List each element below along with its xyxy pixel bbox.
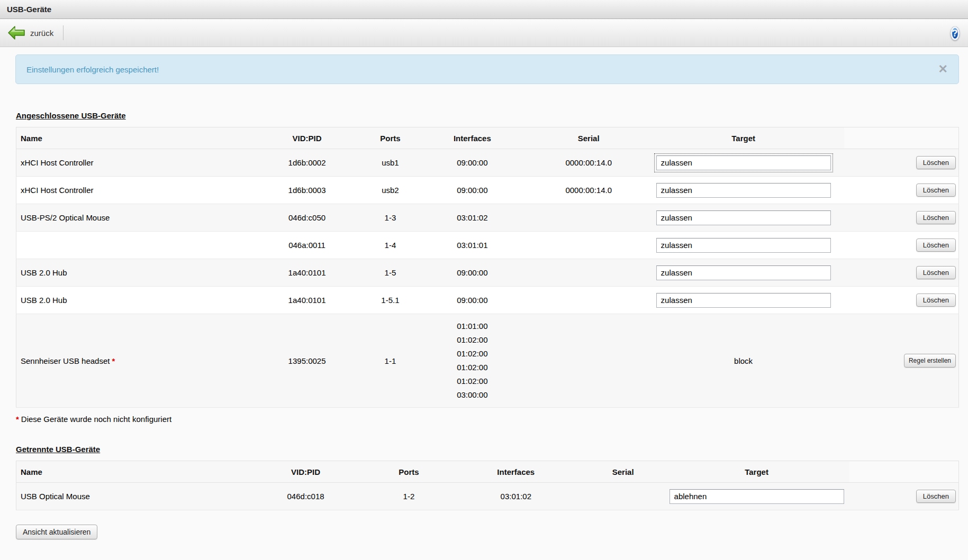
column-header-interfaces: Interfaces: [410, 127, 535, 149]
cell-ports: 1-2: [368, 483, 450, 510]
window-titlebar: USB-Geräte: [0, 0, 968, 19]
footnote-marker: *: [16, 415, 19, 424]
cell-target: block: [643, 314, 844, 408]
delete-button[interactable]: Löschen: [916, 490, 956, 503]
cell-interfaces: 09:00:00: [410, 259, 535, 287]
column-header-ports: Ports: [370, 127, 410, 149]
cell-vidpid: 046a:0011: [243, 232, 370, 259]
cell-actions: Löschen: [844, 287, 959, 314]
cell-target: zulassen: [643, 149, 844, 177]
cell-interfaces: 03:01:01: [410, 232, 535, 259]
cell-interfaces: 09:00:00: [410, 287, 535, 314]
cell-ports: usb1: [370, 149, 410, 177]
table-row: Sennheiser USB headset* 1395:0025 1-1 01…: [16, 314, 959, 408]
delete-button[interactable]: Löschen: [916, 211, 956, 224]
column-header-actions: [844, 127, 959, 149]
page-title: USB-Geräte: [7, 5, 51, 14]
table-header-row: Name VID:PID Ports Interfaces Serial Tar…: [16, 461, 959, 483]
cell-vidpid: 1d6b:0002: [243, 149, 370, 177]
cell-vidpid: 1a40:0101: [243, 259, 370, 287]
back-button-label: zurück: [30, 29, 53, 38]
cell-device-name: USB 2.0 Hub: [16, 259, 244, 287]
cell-ports: 1-5.1: [370, 287, 410, 314]
cell-serial: [535, 287, 643, 314]
cell-serial: [582, 483, 664, 510]
cell-ports: 1-5: [370, 259, 410, 287]
table-row: xHCI Host Controller 1d6b:0002 usb1 09:0…: [16, 149, 959, 177]
unconfigured-marker: *: [112, 356, 115, 365]
table-header-row: Name VID:PID Ports Interfaces Serial Tar…: [16, 127, 959, 149]
table-row: USB-PS/2 Optical Mouse 046d:c050 1-3 03:…: [16, 204, 959, 232]
cell-ports: usb2: [370, 177, 410, 204]
cell-device-name: [16, 232, 244, 259]
cell-ports: 1-4: [370, 232, 410, 259]
success-banner: Einstellungen erfolgreich gespeichert! ✕: [15, 54, 959, 84]
toolbar: zurück ?: [0, 19, 968, 47]
cell-ports: 1-3: [370, 204, 410, 232]
cell-target: zulassen: [643, 177, 844, 204]
cell-target: zulassen: [643, 204, 844, 232]
disconnected-devices-heading: Getrennte USB-Geräte: [16, 445, 959, 454]
cell-target: zulassen: [643, 232, 844, 259]
target-select[interactable]: ablehnen: [670, 489, 844, 504]
column-header-target: Target: [643, 127, 844, 149]
delete-button[interactable]: Löschen: [916, 238, 956, 252]
target-select[interactable]: zulassen: [656, 293, 831, 308]
cell-actions: Löschen: [844, 259, 959, 287]
cell-device-name: USB-PS/2 Optical Mouse: [16, 204, 244, 232]
cell-actions: Löschen: [844, 177, 959, 204]
toolbar-divider: [63, 25, 64, 40]
back-arrow-icon: [7, 25, 25, 40]
close-icon: ✕: [938, 62, 948, 76]
cell-serial: [535, 232, 643, 259]
connected-devices-heading: Angeschlossene USB-Geräte: [16, 111, 959, 120]
target-select[interactable]: zulassen: [656, 155, 831, 170]
back-button[interactable]: zurück: [5, 24, 56, 41]
cell-serial: [535, 259, 643, 287]
table-row: USB 2.0 Hub 1a40:0101 1-5 09:00:00 zulas…: [16, 259, 959, 287]
column-header-interfaces: Interfaces: [450, 461, 582, 483]
target-select[interactable]: zulassen: [656, 238, 831, 253]
column-header-vidpid: VID:PID: [243, 461, 368, 483]
cell-interfaces: 03:01:02: [410, 204, 535, 232]
column-header-serial: Serial: [582, 461, 664, 483]
column-header-name: Name: [16, 461, 244, 483]
cell-device-name: USB 2.0 Hub: [16, 287, 244, 314]
delete-button[interactable]: Löschen: [916, 183, 956, 197]
cell-vidpid: 046d:c050: [243, 204, 370, 232]
cell-device-name: Sennheiser USB headset*: [16, 314, 244, 408]
table-row: 046a:0011 1-4 03:01:01 zulassen Löschen: [16, 232, 959, 259]
target-select[interactable]: zulassen: [656, 183, 831, 198]
cell-interfaces: 09:00:00: [410, 149, 535, 177]
cell-device-name: USB Optical Mouse: [16, 483, 244, 510]
cell-serial: [535, 314, 643, 408]
cell-serial: 0000:00:14.0: [535, 149, 643, 177]
table-row: xHCI Host Controller 1d6b:0003 usb2 09:0…: [16, 177, 959, 204]
cell-device-name: xHCI Host Controller: [16, 149, 244, 177]
column-header-ports: Ports: [368, 461, 450, 483]
help-button[interactable]: ?: [945, 23, 965, 43]
delete-button[interactable]: Löschen: [916, 156, 956, 169]
column-header-serial: Serial: [535, 127, 643, 149]
cell-interfaces: 03:01:02: [450, 483, 582, 510]
cell-target: zulassen: [643, 259, 844, 287]
cell-vidpid: 1d6b:0003: [243, 177, 370, 204]
target-select[interactable]: zulassen: [656, 210, 831, 225]
cell-actions: Löschen: [844, 204, 959, 232]
create-rule-button[interactable]: Regel erstellen: [904, 354, 956, 368]
delete-button[interactable]: Löschen: [916, 266, 956, 279]
cell-serial: [535, 204, 643, 232]
connected-devices-table: Name VID:PID Ports Interfaces Serial Tar…: [16, 127, 959, 408]
delete-button[interactable]: Löschen: [916, 293, 956, 307]
table-row: USB Optical Mouse 046d:c018 1-2 03:01:02…: [16, 483, 959, 510]
cell-actions: Regel erstellen: [844, 314, 959, 408]
column-header-actions: [849, 461, 959, 483]
banner-close-button[interactable]: ✕: [935, 62, 951, 77]
target-select[interactable]: zulassen: [656, 265, 831, 280]
refresh-view-button[interactable]: Ansicht aktualisieren: [16, 525, 97, 539]
target-value: block: [734, 356, 753, 365]
cell-vidpid: 1395:0025: [243, 314, 370, 408]
column-header-target: Target: [664, 461, 849, 483]
cell-serial: 0000:00:14.0: [535, 177, 643, 204]
cell-device-name: xHCI Host Controller: [16, 177, 244, 204]
